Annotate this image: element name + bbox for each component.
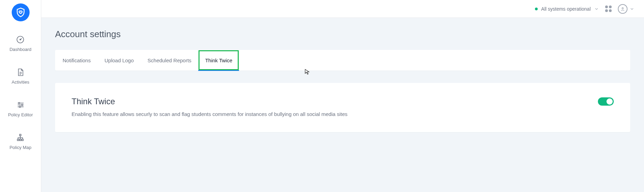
panel-title: Think Twice [72, 97, 347, 106]
user-menu[interactable] [618, 4, 634, 14]
sidebar: Dashboard Activities Policy Editor [0, 0, 41, 192]
apps-menu-button[interactable] [605, 6, 612, 12]
svg-point-6 [21, 104, 23, 106]
sidebar-item-dashboard[interactable]: Dashboard [10, 35, 32, 52]
svg-rect-8 [20, 134, 21, 136]
sidebar-item-label: Policy Editor [8, 112, 33, 117]
svg-point-1 [20, 39, 21, 40]
settings-panel: Think Twice Enabling this feature allows… [55, 83, 630, 132]
sidebar-item-label: Dashboard [10, 47, 32, 52]
status-dot-icon [535, 8, 538, 10]
svg-point-7 [19, 106, 20, 107]
tab-scheduled-reports[interactable]: Scheduled Reports [141, 50, 198, 71]
think-twice-toggle[interactable] [598, 97, 614, 106]
svg-rect-10 [20, 139, 21, 140]
tabs-bar: Notifications Upload Logo Scheduled Repo… [55, 50, 630, 71]
main-area: All systems operational Account settings… [41, 0, 644, 192]
content-area: Account settings Notifications Upload Lo… [41, 18, 644, 192]
toggle-knob-icon [607, 98, 613, 105]
sidebar-item-activities[interactable]: Activities [12, 68, 29, 85]
sidebar-item-label: Activities [12, 79, 29, 85]
tab-label: Upload Logo [105, 57, 134, 63]
svg-rect-11 [22, 139, 23, 140]
status-dropdown[interactable]: All systems operational [535, 6, 599, 12]
tab-upload-logo[interactable]: Upload Logo [98, 50, 141, 71]
chevron-down-icon [630, 7, 634, 11]
shield-heart-icon [15, 7, 26, 18]
panel-description: Enabling this feature allows securly to … [72, 110, 347, 118]
tab-label: Scheduled Reports [148, 57, 192, 63]
app-logo[interactable] [12, 3, 30, 21]
svg-point-12 [622, 8, 623, 9]
chevron-down-icon [594, 7, 599, 11]
sidebar-item-policy-map[interactable]: Policy Map [10, 133, 32, 150]
dashboard-icon [16, 35, 25, 44]
avatar-icon [618, 4, 627, 14]
sliders-icon [16, 100, 25, 109]
sidebar-item-policy-editor[interactable]: Policy Editor [8, 100, 33, 117]
svg-rect-9 [18, 139, 19, 140]
tab-notifications[interactable]: Notifications [55, 50, 98, 71]
tab-label: Think Twice [205, 57, 232, 63]
header-bar: All systems operational [41, 0, 644, 18]
status-text: All systems operational [541, 6, 591, 12]
sitemap-icon [16, 133, 25, 142]
page-title: Account settings [55, 29, 630, 40]
svg-point-5 [18, 103, 20, 104]
tab-think-twice[interactable]: Think Twice [198, 50, 239, 71]
tab-label: Notifications [63, 57, 91, 63]
document-icon [16, 68, 25, 77]
sidebar-item-label: Policy Map [10, 145, 32, 150]
